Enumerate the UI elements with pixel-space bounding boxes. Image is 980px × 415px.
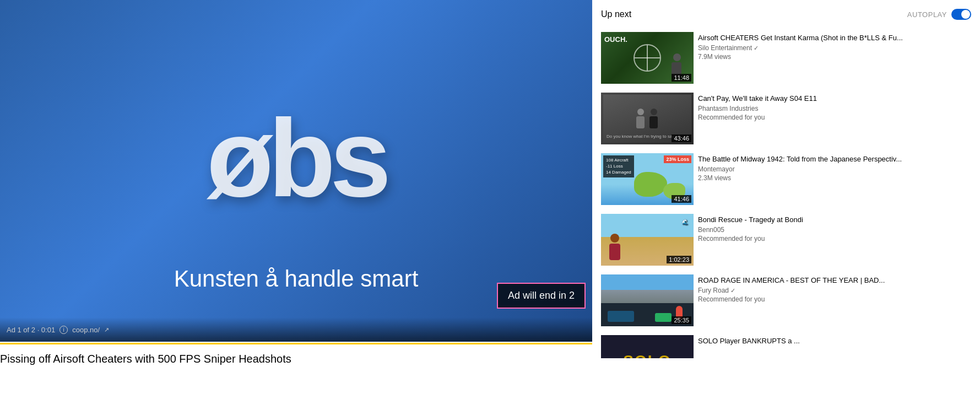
autoplay-toggle[interactable] [951, 9, 971, 20]
video-item-title-6: SOLO Player BANKRUPTS a ... [698, 336, 971, 346]
crosshair-icon [634, 44, 661, 72]
car-2-icon [655, 313, 672, 322]
video-item-title-5: ROAD RAGE IN AMERICA - BEST OF THE YEAR … [698, 276, 971, 285]
thumbnail-1: 11:48 [601, 32, 694, 84]
video-logo: øbs [207, 95, 386, 222]
wave-detail: 🌊 [682, 219, 688, 225]
video-title: Pissing off Airsoft Cheaters with 500 FP… [0, 351, 592, 367]
video-meta-5: ROAD RAGE IN AMERICA - BEST OF THE YEAR … [698, 274, 971, 326]
video-item-title-1: Airsoft CHEATERS Get Instant Karma (Shot… [698, 33, 971, 43]
list-item[interactable]: SOLO SOLO Player BANKRUPTS a ... [601, 331, 971, 358]
autoplay-row: AUTOPLAY [907, 9, 971, 20]
video-meta-3: The Battle of Midway 1942: Told from the… [698, 153, 971, 205]
video-title-area: Pissing off Airsoft Cheaters with 500 FP… [0, 344, 592, 369]
duration-badge-4: 1:02:23 [667, 256, 691, 263]
ad-link[interactable]: coop.no/ [72, 326, 100, 334]
duration-badge-1: 11:48 [672, 74, 691, 82]
list-item[interactable]: 11:48 Airsoft CHEATERS Get Instant Karma… [601, 28, 971, 88]
list-item[interactable]: 108 Aircraft-11 Loss14 Damaged 23% Loss … [601, 149, 971, 209]
channel-name-1: Silo Entertainment ✓ [698, 44, 971, 52]
duration-badge-3: 41:46 [672, 195, 691, 203]
channel-name-5: Fury Road ✓ [698, 287, 971, 294]
video-list: 11:48 Airsoft CHEATERS Get Instant Karma… [601, 28, 971, 358]
up-next-header: Up next AUTOPLAY [601, 0, 971, 28]
video-meta-4: Bondi Rescue - Tragedy at Bondi Benn005 … [698, 214, 971, 266]
logo-text: øbs [207, 95, 386, 222]
ad-end-badge: Ad will end in 2 [497, 283, 586, 309]
video-area: øbs Kunsten å handle smart Ad will end i… [0, 0, 592, 369]
list-item[interactable]: Do you know what I'm trying to say...? 4… [601, 88, 971, 149]
logo-tagline: Kunsten å handle smart [174, 266, 419, 292]
verified-icon-1: ✓ [754, 45, 759, 52]
thumbnail-5: 25:35 [601, 274, 694, 326]
person-2 [649, 109, 658, 128]
thumbnail-6: SOLO [601, 335, 694, 358]
video-item-title-3: The Battle of Midway 1942: Told from the… [698, 154, 971, 164]
car-icon [608, 311, 634, 322]
thumbnail-2: Do you know what I'm trying to say...? 4… [601, 93, 694, 144]
list-item[interactable]: 25:35 ROAD RAGE IN AMERICA - BEST OF THE… [601, 270, 971, 331]
progress-bar-container[interactable] [0, 342, 592, 344]
thumbnail-3: 108 Aircraft-11 Loss14 Damaged 23% Loss … [601, 153, 694, 205]
video-stats-3: 2.3M views [698, 174, 971, 182]
ad-info-text: Ad 1 of 2 · 0:01 [7, 326, 55, 334]
thumbnail-4: 🌊 1:02:23 [601, 214, 694, 266]
verified-icon-5: ✓ [730, 287, 735, 294]
person-1 [636, 109, 645, 128]
video-item-title-4: Bondi Rescue - Tragedy at Bondi [698, 215, 971, 225]
channel-name-3: Montemayor [698, 165, 971, 173]
duration-badge-2: 43:46 [672, 134, 691, 142]
recommended-label-5: Recommended for you [698, 295, 971, 303]
midway-stats: 108 Aircraft-11 Loss14 Damaged [603, 155, 634, 177]
channel-name-2: Phantasm Industries [698, 105, 971, 112]
autoplay-label: AUTOPLAY [907, 10, 947, 19]
duration-badge-5: 25:35 [672, 316, 691, 324]
video-item-title-2: Can't Pay, We'll take it Away S04 E11 [698, 94, 971, 104]
video-stats-1: 7.9M views [698, 53, 971, 61]
island-1 [634, 172, 667, 197]
video-meta-1: Airsoft CHEATERS Get Instant Karma (Shot… [698, 32, 971, 84]
recommended-label-2: Recommended for you [698, 114, 971, 121]
up-next-label: Up next [601, 9, 631, 19]
bondi-person [609, 234, 620, 260]
player-bottom-bar: Ad 1 of 2 · 0:01 i coop.no/ ↗ [0, 317, 592, 342]
channel-name-4: Benn005 [698, 226, 971, 234]
recommended-label-4: Recommended for you [698, 235, 971, 242]
sidebar: Up next AUTOPLAY 11:48 Air [592, 0, 980, 369]
list-item[interactable]: 🌊 1:02:23 Bondi Rescue - Tragedy at Bond… [601, 209, 971, 270]
video-player[interactable]: øbs Kunsten å handle smart Ad will end i… [0, 0, 592, 342]
midway-percent: 23% Loss [664, 155, 691, 163]
cant-pay-subtitle: Do you know what I'm trying to say...? [607, 134, 680, 139]
solo-logo-text: SOLO [623, 352, 671, 358]
external-link-icon: ↗ [104, 326, 109, 333]
info-circle-icon[interactable]: i [59, 326, 68, 334]
video-meta-6: SOLO Player BANKRUPTS a ... [698, 335, 971, 354]
video-meta-2: Can't Pay, We'll take it Away S04 E11 Ph… [698, 93, 971, 144]
